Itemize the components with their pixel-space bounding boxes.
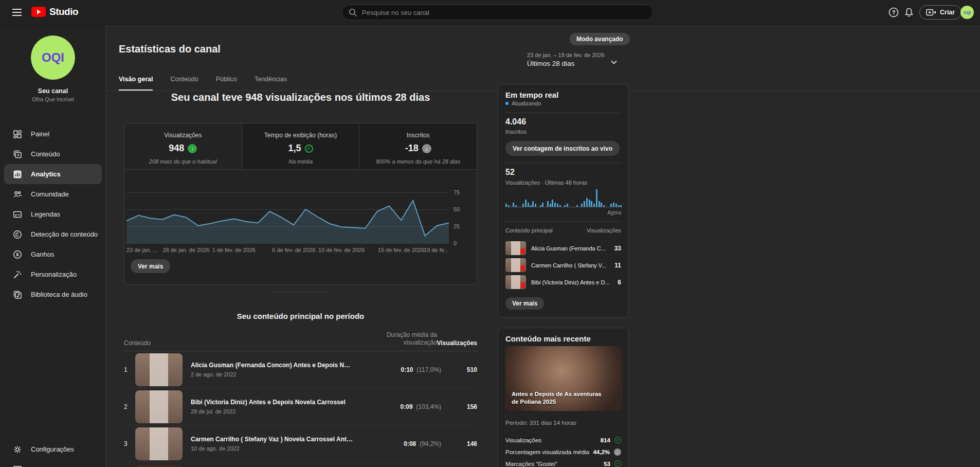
realtime-bar: [552, 200, 553, 207]
stat-value: 814: [601, 437, 610, 443]
x-axis-tick: 1 de fev. de 2026: [212, 247, 256, 253]
stat-label: Marcações "Gostei": [505, 461, 604, 467]
realtime-see-more-button[interactable]: Ver mais: [505, 297, 544, 310]
create-button[interactable]: Criar: [919, 5, 961, 20]
help-icon[interactable]: ?: [888, 7, 899, 18]
realtime-card: Em tempo real Atualizando 4.046 Inscrito…: [498, 84, 629, 318]
metric-value: -18: [405, 143, 419, 154]
date-range-text: 23 de jan. – 19 de fev. de 2026: [527, 52, 605, 58]
search-bar[interactable]: [342, 5, 653, 20]
sidebar-item-painel[interactable]: Painel: [0, 124, 106, 144]
realtime-views-label: Visualizações · Últimas 48 horas: [505, 179, 587, 186]
hamburger-menu-icon[interactable]: [11, 7, 23, 17]
check-icon: ✓: [614, 460, 621, 467]
tab-vis-o-geral[interactable]: Visão geral: [119, 76, 153, 91]
metric-tab-visualiza-es[interactable]: Visualizações948↑208 mais do que o habit…: [124, 123, 242, 169]
sidebar-item-biblioteca-de-udio[interactable]: Biblioteca de áudio: [0, 284, 106, 304]
sidebar-item-personaliza-o[interactable]: Personalização: [0, 264, 106, 284]
y-axis-tick: 50: [453, 206, 469, 212]
create-button-label: Criar: [940, 9, 955, 16]
date-preset-text: Últimos 28 dias: [527, 60, 605, 67]
date-range-picker[interactable]: 23 de jan. – 19 de fev. de 2026 Últimos …: [527, 52, 605, 67]
recent-content-title: Conteúdo mais recente: [505, 334, 591, 343]
dashboard-icon: [12, 129, 23, 139]
video-title: Carmen Carrilho ( Stefany V...: [526, 262, 614, 268]
sidebar-item-ganhos[interactable]: $Ganhos: [0, 244, 106, 264]
video-thumbnail: [505, 241, 526, 255]
sidebar-item-label: Conteúdo: [31, 150, 60, 158]
gridline: [126, 243, 449, 244]
recent-video-thumbnail[interactable]: Antes e Depois de As aventuras de Polian…: [505, 346, 622, 411]
video-thumbnail: [135, 353, 183, 386]
top-content-table: Conteúdo Duração média davisualização Vi…: [124, 329, 477, 467]
analytics-icon: [12, 169, 23, 179]
account-avatar[interactable]: OQI: [960, 6, 974, 19]
realtime-list-item[interactable]: Alicia Gusman (Fernanda C...33: [505, 240, 621, 257]
live-dot-icon: [505, 102, 509, 105]
realtime-list-item[interactable]: Carmen Carrilho ( Stefany V...11: [505, 257, 621, 274]
metric-label: Inscritos: [359, 132, 477, 139]
realtime-bar: [601, 203, 602, 207]
video-title: Carmen Carrilho ( Stefany Vaz ) Novela C…: [191, 436, 354, 443]
realtime-bar: [581, 204, 583, 207]
table-row[interactable]: 3Carmen Carrilho ( Stefany Vaz ) Novela …: [124, 425, 477, 462]
sidebar-item-conte-do[interactable]: Conteúdo: [0, 144, 106, 164]
video-views: 11: [614, 262, 621, 269]
realtime-bar-chart: [505, 189, 622, 207]
youtube-studio-logo[interactable]: Studio: [31, 6, 78, 17]
realtime-bar: [620, 205, 622, 207]
realtime-bar: [542, 203, 543, 207]
video-views: 33: [614, 245, 621, 252]
sidebar-item-analytics[interactable]: Analytics: [4, 164, 102, 184]
realtime-bar: [547, 201, 549, 207]
divider: [505, 163, 621, 163]
chevron-down-icon[interactable]: [609, 58, 619, 67]
sidebar-item-configura-es[interactable]: Configurações: [0, 439, 106, 459]
x-axis-tick: 10 de fev. de 2026: [318, 247, 365, 253]
tab-p-blico[interactable]: Público: [216, 76, 237, 91]
metric-tab-tempo-de-exibi-o-horas-[interactable]: Tempo de exibição (horas)1,5✓Na média: [242, 123, 359, 169]
realtime-bar: [584, 201, 585, 207]
video-views: 6: [618, 279, 621, 286]
sidebar: OQI Seu canal Olha Que Incrível PainelCo…: [0, 25, 106, 467]
customization-icon: [12, 270, 23, 280]
table-row[interactable]: 1Alicia Gusman (Fernanda Concon) Antes e…: [124, 351, 477, 388]
realtime-views: 52: [505, 168, 515, 177]
avg-view-duration: 0:10 (117,0%): [354, 366, 441, 373]
column-views[interactable]: Visualizações: [437, 339, 478, 347]
realtime-bar: [591, 201, 592, 207]
video-thumbnail: [505, 275, 526, 289]
settings-icon: [12, 444, 23, 455]
metric-value: 948: [169, 143, 184, 154]
tab-conte-do[interactable]: Conteúdo: [170, 76, 198, 91]
metric-value: 1,5: [288, 143, 301, 154]
realtime-list-item[interactable]: Bibi (Victoria Diniz) Antes e D...6: [505, 274, 621, 291]
tab-tend-ncias[interactable]: Tendências: [255, 76, 287, 91]
metric-tab-inscritos[interactable]: Inscritos-18↓800% a menos do que há 28 d…: [359, 123, 477, 169]
y-axis-tick: 0: [453, 240, 469, 246]
notifications-bell-icon[interactable]: [903, 7, 915, 18]
recent-stat-row: Marcações "Gostei"53✓: [505, 458, 621, 467]
row-rank: 1: [124, 366, 135, 373]
recent-stat-row: Porcentagem visualizada média44,2%↓: [505, 446, 621, 458]
channel-avatar[interactable]: OQI: [30, 35, 76, 80]
realtime-bar: [522, 204, 524, 207]
realtime-bar: [589, 200, 590, 207]
sidebar-item-enviar-feedback[interactable]: Enviar feedback: [0, 459, 106, 467]
search-icon: [349, 8, 357, 17]
table-row[interactable]: 2Bibi (Victoria Diniz) Antes e Depois No…: [124, 388, 477, 425]
realtime-bar: [532, 201, 534, 207]
video-date: 28 de jul. de 2022: [191, 408, 354, 415]
sidebar-item-comunidade[interactable]: Comunidade: [0, 184, 106, 204]
advanced-mode-button[interactable]: Modo avançado: [570, 33, 630, 45]
x-axis-tick: 6 de fev. de 2026: [272, 247, 315, 253]
sidebar-item-legendas[interactable]: Legendas: [0, 204, 106, 224]
live-subscriber-count-button[interactable]: Ver contagem de inscritos ao vivo: [505, 141, 620, 156]
search-input[interactable]: [362, 9, 646, 16]
brand-text: Studio: [49, 6, 78, 17]
x-axis-tick: 28 de jan. de 2026: [162, 247, 209, 253]
metric-note: 208 mais do que o habitual: [124, 158, 242, 165]
now-label: Agora: [607, 210, 621, 215]
overview-see-more-button[interactable]: Ver mais: [131, 259, 170, 273]
sidebar-item-detec-o-de-conte-do[interactable]: Detecção de conteúdo: [0, 224, 106, 244]
